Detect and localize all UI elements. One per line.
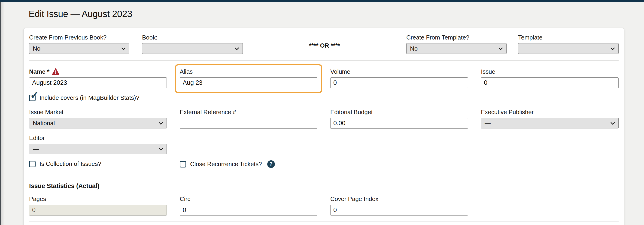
chevron-down-icon bbox=[498, 46, 503, 50]
field-name: Name * ! bbox=[29, 68, 167, 88]
book-select[interactable]: — bbox=[142, 43, 243, 54]
window-left-edge-shadow bbox=[1, 2, 4, 225]
create-from-template-select[interactable]: No bbox=[406, 43, 506, 54]
template-label: Template bbox=[518, 34, 618, 41]
selected-value: No bbox=[410, 45, 418, 52]
field-cover-page-index: Cover Page Index bbox=[330, 195, 468, 216]
is-collection-checkbox[interactable] bbox=[29, 161, 36, 167]
section-divider bbox=[29, 60, 618, 60]
selected-value: — bbox=[522, 45, 528, 52]
create-from-previous-book-label: Create From Previous Book? bbox=[29, 34, 129, 41]
cover-page-index-input[interactable] bbox=[330, 205, 468, 216]
volume-input[interactable] bbox=[330, 78, 468, 88]
selected-value: — bbox=[484, 120, 490, 127]
field-issue-market: Issue Market National bbox=[29, 108, 167, 128]
create-from-template-label: Create From Template? bbox=[406, 34, 506, 41]
field-editorial-budget: Editorial Budget bbox=[330, 108, 468, 129]
alias-field-highlight: Alias bbox=[175, 64, 322, 93]
external-reference-input[interactable] bbox=[180, 118, 318, 129]
field-volume: Volume bbox=[330, 68, 468, 88]
cover-page-index-label: Cover Page Index bbox=[330, 195, 468, 202]
page-title: Edit Issue — August 2023 bbox=[29, 9, 132, 19]
stats-actual-heading: Issue Statistics (Actual) bbox=[29, 182, 618, 190]
pages-input bbox=[29, 205, 167, 216]
editor-select[interactable]: — bbox=[29, 144, 167, 154]
executive-publisher-select[interactable]: — bbox=[481, 118, 618, 128]
field-book: Book: — bbox=[142, 34, 243, 54]
checkbox-row: Is Collection of Issues? Close Recurrenc… bbox=[29, 160, 618, 168]
editor-label: Editor bbox=[29, 134, 167, 142]
include-covers-label: Include covers (in MagBuilder Stats)? bbox=[40, 94, 139, 102]
field-editor: Editor — bbox=[29, 134, 167, 154]
alias-input[interactable] bbox=[180, 78, 318, 88]
section-divider bbox=[29, 175, 618, 175]
field-pages: Pages bbox=[29, 195, 167, 216]
external-reference-label: External Reference # bbox=[180, 108, 318, 116]
selected-value: No bbox=[33, 45, 40, 52]
editorial-budget-input[interactable] bbox=[330, 118, 468, 129]
section-divider bbox=[29, 222, 618, 222]
edit-issue-form-card: Create From Previous Book? No Book: — **… bbox=[23, 28, 624, 225]
top-navigation-bar bbox=[0, 0, 644, 2]
close-recurrence-label: Close Recurrence Tickets? bbox=[190, 160, 262, 168]
warning-icon: ! bbox=[52, 68, 60, 75]
selected-value: — bbox=[146, 45, 152, 52]
include-covers-checkbox[interactable]: ✓ bbox=[29, 95, 36, 101]
name-alias-row: Name * ! Alias Volume bbox=[29, 68, 618, 88]
field-create-from-previous-book: Create From Previous Book? No bbox=[29, 34, 129, 54]
svg-text:!: ! bbox=[55, 69, 56, 74]
field-executive-publisher: Executive Publisher — bbox=[481, 108, 618, 128]
issue-label: Issue bbox=[481, 68, 618, 75]
chevron-down-icon bbox=[159, 146, 163, 150]
name-input[interactable] bbox=[29, 78, 167, 88]
market-row: Issue Market National External Reference… bbox=[29, 108, 618, 129]
issue-input[interactable] bbox=[481, 78, 618, 88]
create-from-row: Create From Previous Book? No Book: — **… bbox=[29, 34, 618, 54]
chevron-down-icon bbox=[610, 120, 615, 124]
chevron-down-icon bbox=[159, 120, 163, 124]
checkmark-icon: ✓ bbox=[30, 90, 39, 100]
alias-label: Alias bbox=[180, 68, 318, 75]
field-alias: Alias bbox=[180, 68, 318, 88]
stats-actual-row: Pages Circ Cover Page Index bbox=[29, 195, 618, 216]
circ-input[interactable] bbox=[180, 205, 318, 216]
field-create-from-template: Create From Template? No bbox=[406, 34, 506, 54]
chevron-down-icon bbox=[610, 46, 615, 50]
executive-publisher-label: Executive Publisher bbox=[481, 108, 618, 116]
circ-label: Circ bbox=[180, 195, 318, 202]
field-external-reference: External Reference # bbox=[180, 108, 318, 129]
field-circ: Circ bbox=[180, 195, 318, 216]
chevron-down-icon bbox=[121, 46, 126, 50]
chevron-down-icon bbox=[235, 46, 239, 50]
include-covers-row: ✓ Include covers (in MagBuilder Stats)? bbox=[29, 94, 618, 102]
field-template: Template — bbox=[518, 34, 618, 54]
selected-value: — bbox=[33, 146, 39, 153]
editorial-budget-label: Editorial Budget bbox=[330, 108, 468, 116]
close-recurrence-checkbox[interactable] bbox=[180, 161, 186, 168]
issue-market-select[interactable]: National bbox=[29, 118, 167, 128]
or-separator: **** OR **** bbox=[243, 34, 406, 49]
field-issue: Issue bbox=[481, 68, 618, 88]
create-from-previous-book-select[interactable]: No bbox=[29, 43, 129, 54]
help-icon[interactable]: ? bbox=[267, 160, 275, 168]
pages-label: Pages bbox=[29, 195, 167, 202]
close-recurrence-row: Close Recurrence Tickets? ? bbox=[180, 160, 318, 168]
book-label: Book: bbox=[142, 34, 243, 41]
editor-row: Editor — bbox=[29, 134, 618, 154]
or-separator-text: **** OR **** bbox=[309, 42, 340, 49]
volume-label: Volume bbox=[330, 68, 468, 75]
template-select[interactable]: — bbox=[518, 43, 618, 54]
name-label: Name * ! bbox=[29, 68, 167, 75]
is-collection-row: Is Collection of Issues? bbox=[29, 160, 167, 168]
issue-market-label: Issue Market bbox=[29, 108, 167, 116]
selected-value: National bbox=[33, 120, 55, 127]
is-collection-label: Is Collection of Issues? bbox=[40, 160, 101, 168]
